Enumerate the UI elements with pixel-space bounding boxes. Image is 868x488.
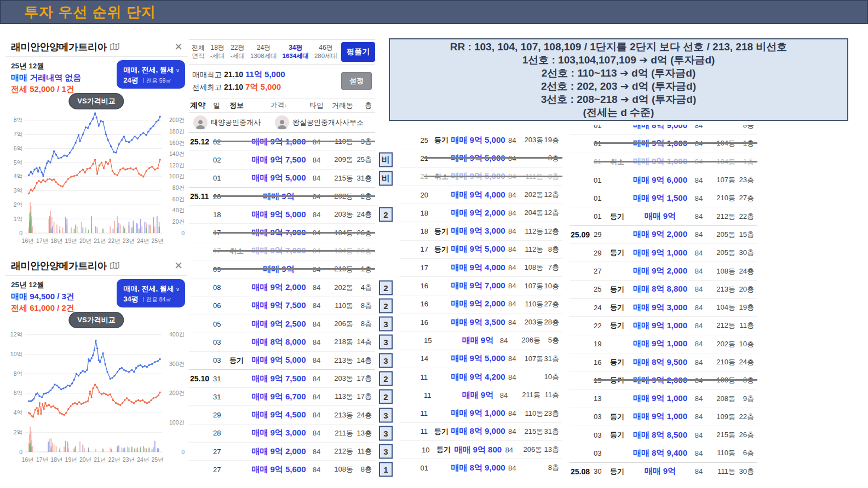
area-tab-22평[interactable]: 22평-세대 bbox=[228, 40, 248, 64]
agent-item[interactable]: 태양공인중개사 bbox=[193, 115, 261, 130]
transaction-row[interactable]: 11매매9억 1,00084110동23층 bbox=[400, 404, 562, 422]
transaction-row[interactable]: 18등기매매9억 3,00084112동12층 bbox=[400, 222, 562, 240]
transaction-row[interactable]: 17등기매매9억 5,00084112동8층 bbox=[400, 240, 562, 258]
transaction-row[interactable]: 25.1120매매9억84202동2층 bbox=[189, 187, 375, 205]
area-tab-전체[interactable]: 전체면적 bbox=[189, 40, 208, 64]
building-dong: 111동 bbox=[707, 467, 735, 477]
transaction-row[interactable]: 03매매8억 9,40084110동6층 bbox=[570, 444, 757, 462]
transaction-row[interactable]: 08매매9억 2,00084202동4층2 bbox=[189, 278, 375, 296]
transaction-row[interactable]: 05매매9억 2,50084206동8층3 bbox=[189, 315, 375, 333]
priority-badge: 1 bbox=[379, 462, 393, 477]
transaction-row[interactable]: 03등기매매9억 5,00084213동14층3 bbox=[189, 351, 375, 369]
transaction-row[interactable]: 15등기매매9억 2,00084109동3층 bbox=[570, 371, 757, 389]
transaction-row[interactable]: 01매매9억 5,00084215동31층비 bbox=[189, 169, 375, 187]
transaction-row[interactable]: 22등기매매9억 1,00084212동11층 bbox=[570, 316, 757, 334]
transaction-row[interactable]: 02매매9억 7,50084209동25층비 bbox=[189, 150, 375, 169]
transaction-row[interactable]: 13매매9억 1,00084208동9층 bbox=[570, 389, 757, 407]
trade-type-filter-button[interactable]: 매매, 전세, 월세∨ 24평 ㅣ전용 59㎡ bbox=[117, 60, 185, 89]
area-type: 84 bbox=[505, 318, 519, 327]
transaction-row[interactable]: 03매매8억 8,00084218동14층3 bbox=[189, 333, 375, 351]
vs-price-compare-badge[interactable]: VS가격비교 bbox=[68, 312, 124, 328]
transaction-row[interactable]: 09매매9억84210동1층 bbox=[189, 260, 375, 278]
price: 매매8억 8,800 bbox=[630, 284, 691, 294]
transaction-row[interactable]: 27매매9억 5,60084108동8층1 bbox=[189, 460, 375, 478]
building-dong: 202동 bbox=[325, 283, 353, 293]
transaction-row[interactable]: 16매매9억 7,00084107동10층 bbox=[400, 276, 562, 294]
transaction-row[interactable]: 25등기매매9억 5,00084203동19층 bbox=[400, 131, 562, 149]
area-type: 84 bbox=[308, 229, 325, 237]
transaction-row[interactable]: 01매매9억 6,00084107동23층 bbox=[570, 171, 757, 189]
transaction-row[interactable]: 21취소매매9억 5,00084111동8층 bbox=[400, 167, 562, 185]
transaction-row[interactable]: 25.1202매매9억 1,00084110동3층 bbox=[189, 132, 375, 150]
transaction-row[interactable]: 14매매9억 5,00084107동31층 bbox=[400, 350, 562, 368]
contract-day: 25 bbox=[421, 136, 434, 144]
transaction-row[interactable]: 11매매9억 4,2008410층 bbox=[400, 368, 562, 386]
building-dong: 213동 bbox=[707, 284, 735, 294]
floor: 23층 bbox=[543, 409, 562, 419]
transaction-row[interactable]: 28매매9억 3,00084211동13층3 bbox=[189, 424, 375, 442]
transaction-row[interactable]: 20매매9억 4,00084202동12층 bbox=[400, 185, 562, 204]
area-type: 84 bbox=[505, 172, 519, 181]
high-jeonse-date: 21.10 bbox=[224, 83, 243, 91]
priority-badge: 2 bbox=[379, 280, 393, 295]
transaction-row[interactable]: 03등기매매9억 1,00084109동22층 bbox=[570, 408, 757, 426]
transaction-row[interactable]: 25.0929매매9억 2,00084205동15층 bbox=[570, 225, 757, 243]
contract-day: 20 bbox=[213, 193, 229, 201]
transaction-row[interactable]: 18매매9억 2,00084204동12층 bbox=[400, 204, 562, 222]
area-tab-34평[interactable]: 34평1634세대 bbox=[280, 40, 312, 64]
transaction-row[interactable]: 27매매9억 2,00084108동24층 bbox=[570, 262, 757, 280]
trade-type: 매매 bbox=[451, 244, 468, 253]
area-tab-46평[interactable]: 46평280세대 bbox=[312, 40, 340, 64]
transaction-row[interactable]: 17매매9억 4,00084108동7층 bbox=[400, 258, 562, 276]
transaction-row[interactable]: 01등기매매9억84212동22층 bbox=[570, 207, 757, 225]
transaction-row[interactable]: 21매매9억 5,000848층 bbox=[400, 149, 562, 167]
transaction-row[interactable]: 25.1031매매9억 7,50084203동17층2 bbox=[189, 369, 375, 387]
transaction-row[interactable]: 16등기매매8억 9,50084210동24층 bbox=[570, 353, 757, 371]
contract-day: 15 bbox=[594, 376, 610, 385]
contract-day: 31 bbox=[213, 393, 229, 401]
transaction-row[interactable]: 19매매9억 1,00084202동10층 bbox=[570, 335, 757, 353]
transaction-row[interactable]: 01취소매매9억 1,00084104동1층 bbox=[570, 153, 757, 171]
transaction-row[interactable]: 25.0830등기매매9억84111동30층 bbox=[570, 462, 757, 480]
transaction-row[interactable]: 18매매9억 5,00084203동24층2 bbox=[189, 205, 375, 223]
transaction-row[interactable]: 11매매9억84211동11층 bbox=[400, 386, 562, 404]
transaction-row[interactable]: 24등기매매9억 3,00084104동19층 bbox=[570, 298, 757, 316]
transaction-row[interactable]: 25등기매매8억 8,80084213동20층 bbox=[570, 280, 757, 298]
transaction-row[interactable]: 16매매9억 3,50084203동28층 bbox=[400, 313, 562, 331]
agent-item[interactable]: 왕실공인중개사사무소 bbox=[275, 115, 364, 130]
map-icon[interactable] bbox=[110, 262, 119, 270]
building-dong: 109동 bbox=[707, 412, 735, 422]
transaction-row[interactable]: 01매매8억 9,000848층 bbox=[570, 125, 757, 134]
transaction-row[interactable]: 03등기매매8억 8,50084215동26층 bbox=[570, 426, 757, 444]
transaction-row[interactable]: 01매매8억 9,000848층 bbox=[400, 458, 562, 477]
transaction-row[interactable]: 17매매9억 7,00084104동26층 bbox=[189, 223, 375, 241]
vs-price-compare-badge[interactable]: VS가격비교 bbox=[68, 93, 124, 109]
transaction-row[interactable]: 29매매9억 4,50084213동24층3 bbox=[189, 405, 375, 423]
trade-type: 매매 bbox=[251, 374, 268, 383]
trade-type-filter-button[interactable]: 매매, 전세, 월세∨ 34평 ㅣ전용 84㎡ bbox=[117, 279, 185, 307]
transaction-row[interactable]: 11등기매매8억 9,00084215동31층 bbox=[400, 422, 562, 440]
area-tab-18평[interactable]: 18평-세대 bbox=[208, 40, 228, 64]
contract-day: 21 bbox=[421, 154, 434, 162]
col-price[interactable]: 가격↓ bbox=[249, 101, 308, 110]
transaction-row[interactable]: 10등기매매9억 80084206동13층 bbox=[400, 440, 562, 458]
transaction-list-3-panel: 01매매8억 9,000848층01매매9억 1,00084104동1층01취소… bbox=[570, 125, 757, 488]
map-icon[interactable] bbox=[110, 43, 119, 51]
svg-text:24년: 24년 bbox=[137, 237, 149, 244]
transaction-row[interactable]: 16매매9억 2,00084110동27층 bbox=[400, 295, 562, 313]
pyeong-expand-button[interactable]: 평풀기 bbox=[341, 42, 375, 62]
transaction-row[interactable]: 27매매9억 2,00084212동11층3 bbox=[189, 442, 375, 460]
settings-button[interactable]: 설정 bbox=[341, 72, 372, 90]
row-info: 등기 bbox=[610, 303, 630, 312]
trade-type: 매매 bbox=[451, 226, 468, 235]
transaction-row[interactable]: 01매매9억 1,50084210동27층 bbox=[570, 189, 757, 207]
transaction-row[interactable]: 15매매9억84206동5층 bbox=[400, 331, 562, 349]
close-icon[interactable]: ✕ bbox=[172, 40, 185, 53]
transaction-row[interactable]: 17취소매매9억 7,00084104동26층 bbox=[189, 242, 375, 260]
transaction-row[interactable]: 29등기매매9억 1,00084205동30층 bbox=[570, 243, 757, 262]
close-icon[interactable]: ✕ bbox=[172, 259, 185, 272]
transaction-row[interactable]: 06매매9억 7,50084110동8층2 bbox=[189, 297, 375, 315]
transaction-row[interactable]: 01매매9억 1,00084104동1층 bbox=[570, 134, 757, 152]
area-tab-24평[interactable]: 24평1308세대 bbox=[248, 40, 279, 64]
transaction-row[interactable]: 31매매9억 6,70084113동17층2 bbox=[189, 387, 375, 405]
